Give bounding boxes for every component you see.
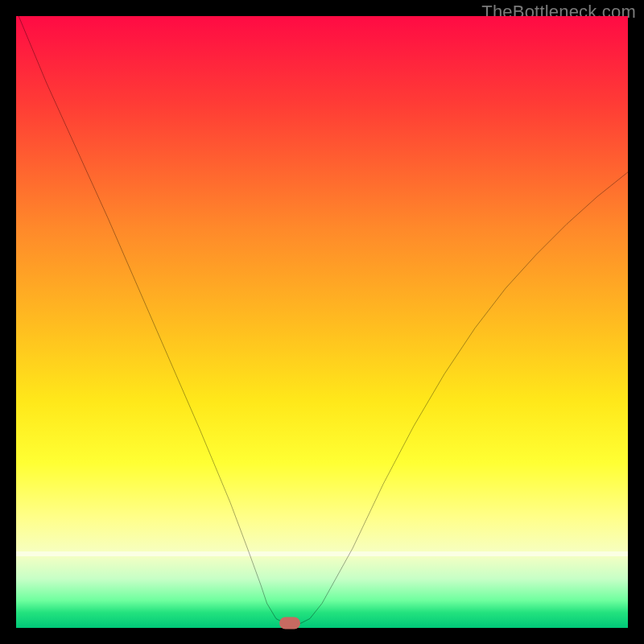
curve-svg [16,16,628,628]
optimum-marker [279,617,300,629]
curve-path [16,10,628,625]
frame: TheBottleneck.com [0,0,644,644]
plot-area [16,16,628,628]
